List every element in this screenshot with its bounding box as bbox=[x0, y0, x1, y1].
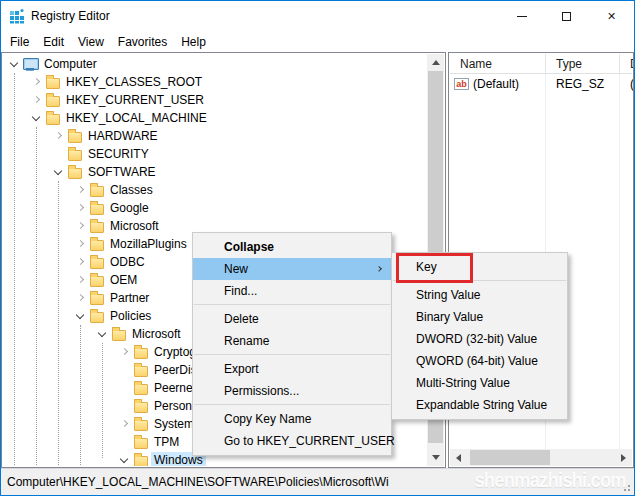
values-scrollbar-thumb[interactable] bbox=[470, 450, 550, 465]
context-menu-item-collapse[interactable]: Collapse bbox=[193, 236, 391, 258]
folder-icon bbox=[89, 236, 107, 252]
tree-item-label: OEM bbox=[107, 272, 140, 288]
computer-icon bbox=[23, 56, 41, 72]
value-row-default[interactable]: (Default)REG_SZ(value not set) bbox=[450, 75, 632, 93]
expander-collapse-icon[interactable] bbox=[7, 56, 23, 72]
minimize-icon bbox=[517, 16, 527, 17]
expander-expand-icon[interactable] bbox=[29, 92, 45, 108]
context-menu-item-delete[interactable]: Delete bbox=[193, 308, 391, 330]
expander-expand-icon[interactable] bbox=[73, 290, 89, 306]
column-header-type[interactable]: Type bbox=[546, 54, 620, 73]
caption-buttons: ✕ bbox=[499, 1, 634, 31]
no-expander bbox=[117, 398, 133, 414]
expander-expand-icon[interactable] bbox=[117, 344, 133, 360]
title-bar: Registry Editor ✕ bbox=[1, 1, 634, 31]
menu-separator bbox=[194, 304, 390, 305]
string-value-icon bbox=[454, 78, 469, 90]
tree-item-security[interactable]: SECURITY bbox=[3, 145, 427, 163]
context-menu-item-export[interactable]: Export bbox=[193, 358, 391, 380]
column-header-name[interactable]: Name bbox=[450, 54, 546, 73]
submenu-item-binary-value[interactable]: Binary Value bbox=[392, 306, 567, 328]
context-menu-item-find[interactable]: Find... bbox=[193, 280, 391, 302]
expander-expand-icon[interactable] bbox=[73, 236, 89, 252]
scroll-up-button[interactable] bbox=[427, 54, 444, 71]
submenu-item-string-value[interactable]: String Value bbox=[392, 284, 567, 306]
menu-help[interactable]: Help bbox=[174, 33, 213, 51]
expander-expand-icon[interactable] bbox=[117, 416, 133, 432]
scroll-right-button[interactable] bbox=[615, 449, 632, 466]
expander-expand-icon[interactable] bbox=[73, 254, 89, 270]
tree-item-software[interactable]: SOFTWARE bbox=[3, 163, 427, 181]
status-path: Computer\HKEY_LOCAL_MACHINE\SOFTWARE\Pol… bbox=[7, 475, 389, 489]
value-data: (value not set) bbox=[620, 77, 634, 91]
minimize-button[interactable] bbox=[499, 1, 544, 31]
values-horizontal-scrollbar[interactable] bbox=[450, 449, 632, 466]
window-title: Registry Editor bbox=[31, 9, 110, 23]
expander-expand-icon[interactable] bbox=[73, 200, 89, 216]
context-menu-item-permissions[interactable]: Permissions... bbox=[193, 380, 391, 402]
context-menu-item-new[interactable]: New bbox=[193, 258, 391, 280]
tree-item-label: Computer bbox=[41, 56, 100, 72]
scroll-left-button[interactable] bbox=[450, 449, 467, 466]
folder-icon bbox=[89, 254, 107, 270]
submenu-item-qword-64-bit-value[interactable]: QWORD (64-bit) Value bbox=[392, 350, 567, 372]
resize-grip[interactable] bbox=[628, 489, 630, 491]
expander-expand-icon[interactable] bbox=[29, 74, 45, 90]
tree-item-hkey-current-user[interactable]: HKEY_CURRENT_USER bbox=[3, 91, 427, 109]
tree-item-classes[interactable]: Classes bbox=[3, 181, 427, 199]
scroll-left-icon bbox=[456, 454, 461, 462]
folder-icon bbox=[133, 344, 151, 360]
context-menu-item-copy-key-name[interactable]: Copy Key Name bbox=[193, 408, 391, 430]
values-list: (Default)REG_SZ(value not set) bbox=[450, 75, 632, 93]
registry-editor-window: Registry Editor ✕ FileEditViewFavoritesH… bbox=[0, 0, 635, 496]
submenu-item-expandable-string-value[interactable]: Expandable String Value bbox=[392, 394, 567, 416]
menu-view[interactable]: View bbox=[71, 33, 111, 51]
folder-icon bbox=[89, 272, 107, 288]
context-menu-item-go-to-hkey-current-user[interactable]: Go to HKEY_CURRENT_USER bbox=[193, 430, 391, 452]
folder-icon bbox=[133, 380, 151, 396]
scroll-down-icon bbox=[432, 455, 440, 460]
tree-item-hkey-classes-root[interactable]: HKEY_CLASSES_ROOT bbox=[3, 73, 427, 91]
tree-item-computer[interactable]: Computer bbox=[3, 55, 427, 73]
folder-icon bbox=[111, 326, 129, 342]
tree-item-label: TPM bbox=[151, 434, 182, 450]
menu-file[interactable]: File bbox=[3, 33, 36, 51]
tree-item-hkey-local-machine[interactable]: HKEY_LOCAL_MACHINE bbox=[3, 109, 427, 127]
value-name-cell: (Default) bbox=[450, 77, 546, 91]
tree-item-label: HKEY_CLASSES_ROOT bbox=[63, 74, 205, 90]
expander-expand-icon[interactable] bbox=[73, 182, 89, 198]
close-button[interactable]: ✕ bbox=[589, 1, 634, 31]
expander-expand-icon[interactable] bbox=[73, 218, 89, 234]
folder-icon bbox=[89, 182, 107, 198]
expander-collapse-icon[interactable] bbox=[51, 164, 67, 180]
tree-item-label: Classes bbox=[107, 182, 156, 198]
no-expander bbox=[117, 380, 133, 396]
expander-collapse-icon[interactable] bbox=[29, 110, 45, 126]
tree-item-label: SECURITY bbox=[85, 146, 152, 162]
column-header-data[interactable]: Data bbox=[620, 54, 634, 73]
key-annotation-box bbox=[396, 253, 473, 283]
expander-collapse-icon[interactable] bbox=[73, 308, 89, 324]
expander-expand-icon[interactable] bbox=[73, 272, 89, 288]
tree-item-label: Microsoft bbox=[129, 326, 184, 342]
folder-icon bbox=[89, 200, 107, 216]
submenu-item-multi-string-value[interactable]: Multi-String Value bbox=[392, 372, 567, 394]
tree-item-label: SOFTWARE bbox=[85, 164, 159, 180]
expander-collapse-icon[interactable] bbox=[95, 326, 111, 342]
submenu-item-dword-32-bit-value[interactable]: DWORD (32-bit) Value bbox=[392, 328, 567, 350]
scroll-down-button[interactable] bbox=[427, 449, 444, 466]
folder-icon bbox=[89, 218, 107, 234]
menu-favorites[interactable]: Favorites bbox=[111, 33, 174, 51]
menu-edit[interactable]: Edit bbox=[36, 33, 71, 51]
context-menu-item-rename[interactable]: Rename bbox=[193, 330, 391, 352]
no-expander bbox=[117, 434, 133, 450]
tree-item-google[interactable]: Google bbox=[3, 199, 427, 217]
maximize-button[interactable] bbox=[544, 1, 589, 31]
watermark-text: shenmazhishi.com bbox=[474, 469, 626, 492]
tree-item-hardware[interactable]: HARDWARE bbox=[3, 127, 427, 145]
value-type: REG_SZ bbox=[546, 77, 620, 91]
status-bar: Computer\HKEY_LOCAL_MACHINE\SOFTWARE\Pol… bbox=[1, 468, 634, 495]
expander-collapse-icon[interactable] bbox=[117, 452, 133, 466]
expander-expand-icon[interactable] bbox=[51, 128, 67, 144]
folder-icon bbox=[133, 416, 151, 432]
